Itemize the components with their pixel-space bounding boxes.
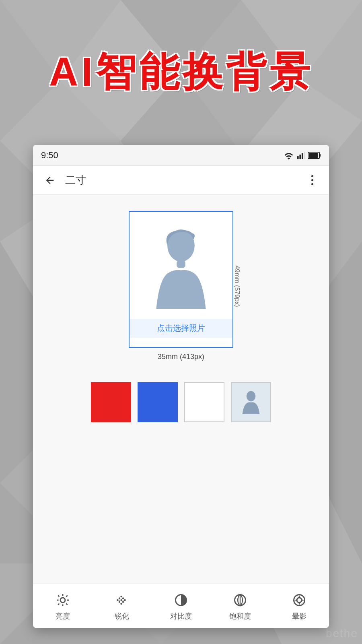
height-dimension: 49mm (579px)	[233, 265, 240, 307]
dot1	[311, 175, 313, 177]
main-content: 点击选择照片 35mm (413px) 49mm (579px)	[33, 195, 329, 584]
svg-point-42	[119, 597, 121, 599]
color-swatch-blue[interactable]	[138, 382, 178, 422]
svg-point-49	[124, 599, 126, 601]
sharpen-label: 锐化	[115, 611, 129, 621]
nav-item-saturation[interactable]: 饱和度	[211, 591, 270, 621]
svg-rect-22	[297, 156, 299, 159]
phone-mockup: 9:50 二寸	[33, 145, 329, 628]
nav-item-sharpen[interactable]: 锐化	[92, 591, 151, 621]
battery-icon	[308, 151, 321, 160]
color-swatch-white[interactable]	[184, 382, 224, 422]
sharpen-icon	[113, 591, 131, 609]
svg-point-47	[122, 597, 124, 599]
hero-area: AI智能换背景	[0, 0, 362, 145]
svg-rect-24	[302, 153, 303, 159]
brightness-label: 亮度	[56, 611, 70, 621]
wifi-icon	[283, 151, 294, 160]
width-dimension: 35mm (413px)	[158, 353, 204, 361]
hero-title: AI智能换背景	[49, 45, 313, 100]
person-silhouette-icon	[149, 228, 213, 309]
dot2	[311, 179, 313, 181]
nav-item-brightness[interactable]: 亮度	[33, 591, 92, 621]
svg-point-44	[120, 595, 122, 597]
status-icons	[283, 151, 321, 160]
vignette-icon	[290, 591, 308, 609]
status-time: 9:50	[41, 150, 58, 161]
more-button[interactable]	[303, 171, 321, 189]
nav-item-vignette[interactable]: 晕影	[270, 591, 329, 621]
saturation-icon	[231, 591, 249, 609]
back-button[interactable]	[41, 171, 59, 189]
color-options	[91, 382, 271, 422]
svg-point-41	[117, 599, 119, 601]
color-swatch-red[interactable]	[91, 382, 131, 422]
contrast-icon	[172, 591, 190, 609]
photo-frame[interactable]: 点击选择照片	[129, 211, 233, 348]
svg-point-43	[119, 601, 121, 603]
svg-point-32	[60, 598, 65, 603]
svg-line-38	[66, 603, 67, 605]
dot3	[311, 183, 313, 185]
status-bar: 9:50	[33, 145, 329, 166]
nav-item-contrast[interactable]: 对比度	[151, 591, 210, 621]
svg-point-45	[120, 599, 122, 601]
svg-rect-23	[299, 155, 301, 159]
svg-rect-27	[319, 154, 321, 157]
back-arrow-icon	[44, 175, 56, 186]
vignette-label: 晕影	[292, 611, 306, 621]
svg-point-31	[247, 391, 255, 402]
svg-point-55	[297, 598, 302, 603]
svg-rect-25	[304, 151, 305, 159]
svg-point-50	[119, 599, 120, 601]
svg-rect-28	[309, 153, 318, 158]
svg-point-48	[122, 601, 124, 603]
svg-rect-30	[177, 260, 185, 268]
svg-point-51	[122, 599, 123, 601]
signal-icon	[297, 151, 306, 160]
photo-select-text[interactable]: 点击选择照片	[130, 319, 232, 338]
svg-point-46	[120, 603, 122, 605]
saturation-label: 饱和度	[229, 611, 251, 621]
brightness-icon	[54, 591, 72, 609]
bottom-nav: 亮度 锐化	[33, 584, 329, 628]
svg-line-39	[58, 603, 59, 605]
svg-line-40	[66, 595, 67, 597]
app-bar: 二寸	[33, 166, 329, 195]
app-title: 二寸	[65, 173, 303, 187]
contrast-label: 对比度	[170, 611, 192, 621]
svg-line-37	[58, 595, 59, 597]
person-small-icon	[239, 390, 263, 414]
photo-placeholder	[130, 221, 232, 316]
color-swatch-custom[interactable]	[231, 382, 271, 422]
photo-frame-area: 点击选择照片 35mm (413px) 49mm (579px)	[129, 211, 233, 361]
